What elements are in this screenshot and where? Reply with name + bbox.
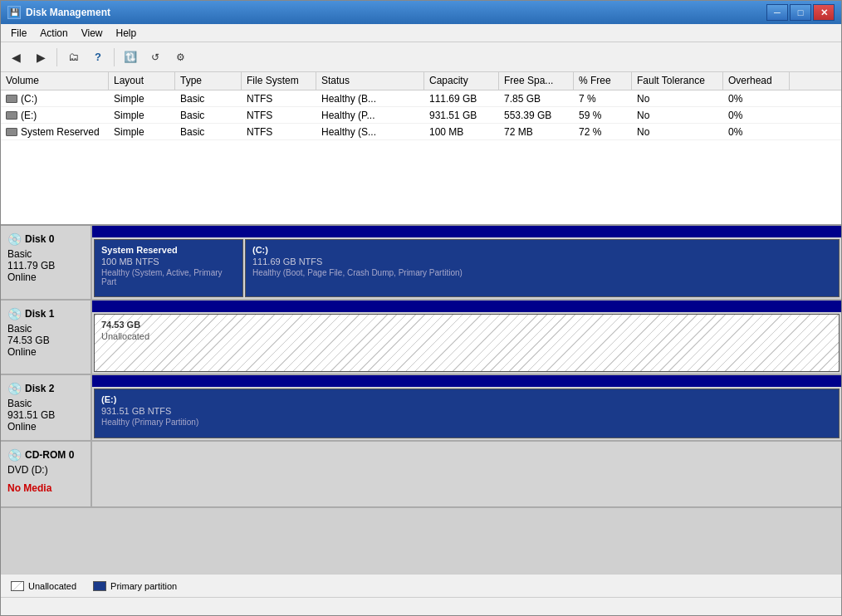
cell-overhead-2: 0% xyxy=(723,124,790,139)
menu-help[interactable]: Help xyxy=(110,26,144,41)
table-row[interactable]: System Reserved Simple Basic NTFS Health… xyxy=(1,124,841,140)
legend-primary-box xyxy=(93,581,106,591)
cell-pctfree-0: 7 % xyxy=(574,90,632,106)
header-pctfree: % Free xyxy=(574,72,632,90)
maximize-button[interactable]: □ xyxy=(790,4,811,21)
cdrom-0-status: No Media xyxy=(7,482,84,494)
table-row[interactable]: (E:) Simple Basic NTFS Healthy (P... 931… xyxy=(1,107,841,124)
cell-pctfree-1: 59 % xyxy=(574,107,632,123)
table-row[interactable]: (C:) Simple Basic NTFS Healthy (B... 111… xyxy=(1,90,841,107)
disk-0-row: 💿 Disk 0 Basic 111.79 GB Online System R… xyxy=(1,226,841,301)
partition-c-name: (C:) xyxy=(252,245,832,255)
disk-2-status: Online xyxy=(7,421,84,433)
forward-button[interactable]: ▶ xyxy=(29,46,52,69)
disk-1-label: 💿 Disk 1 Basic 74.53 GB Online xyxy=(1,301,92,374)
close-button[interactable]: ✕ xyxy=(813,4,835,21)
header-filesystem: File System xyxy=(242,72,316,90)
cell-fault-1: No xyxy=(632,107,723,123)
cdrom-0-type: DVD (D:) xyxy=(7,464,84,476)
refresh-button[interactable]: 🔃 xyxy=(119,46,142,69)
header-status: Status xyxy=(316,72,424,90)
disk-2-row: 💿 Disk 2 Basic 931.51 GB Online (E:) 931… xyxy=(1,375,841,442)
volume-icon-2 xyxy=(6,128,17,136)
title-bar: 💾 Disk Management ─ □ ✕ xyxy=(1,1,841,24)
disk-2-label: 💿 Disk 2 Basic 931.51 GB Online xyxy=(1,375,92,440)
back-button[interactable]: ◀ xyxy=(4,46,27,69)
partition-system-reserved[interactable]: System Reserved 100 MB NTFS Healthy (Sys… xyxy=(94,239,243,297)
disk-0-bar xyxy=(92,226,841,237)
cell-fs-1: NTFS xyxy=(242,107,316,123)
cell-fs-2: NTFS xyxy=(242,124,316,139)
partition-c-drive[interactable]: (C:) 111.69 GB NTFS Healthy (Boot, Page … xyxy=(245,239,840,297)
properties-button[interactable]: 🗂 xyxy=(61,46,85,69)
menu-bar: File Action View Help xyxy=(1,24,841,42)
partition-e-drive[interactable]: (E:) 931.51 GB NTFS Healthy (Primary Par… xyxy=(94,389,840,438)
cell-overhead-1: 0% xyxy=(723,107,790,123)
cell-type-2: Basic xyxy=(175,124,242,139)
partition-sr-name: System Reserved xyxy=(101,245,236,255)
menu-action[interactable]: Action xyxy=(33,26,74,41)
cell-freespace-2: 72 MB xyxy=(499,124,574,139)
settings-button[interactable]: ⚙ xyxy=(169,46,192,69)
legend-unalloc-label: Unallocated xyxy=(28,581,76,591)
legend-primary: Primary partition xyxy=(93,581,177,591)
disk-1-type: Basic xyxy=(7,323,84,335)
legend-primary-label: Primary partition xyxy=(110,581,177,591)
cell-layout-2: Simple xyxy=(109,124,175,139)
header-type: Type xyxy=(175,72,242,90)
cell-freespace-0: 7.85 GB xyxy=(499,90,574,106)
cell-layout-1: Simple xyxy=(109,107,175,123)
help-button[interactable]: ? xyxy=(86,46,110,69)
disk-0-type: Basic xyxy=(7,248,84,260)
minimize-button[interactable]: ─ xyxy=(766,4,788,21)
cell-status-2: Healthy (S... xyxy=(316,124,424,139)
disk-map-panel: 💿 Disk 0 Basic 111.79 GB Online System R… xyxy=(1,226,841,574)
menu-view[interactable]: View xyxy=(75,26,110,41)
header-freespace: Free Spa... xyxy=(499,72,574,90)
partition-e-status: Healthy (Primary Partition) xyxy=(101,418,832,427)
disk-1-bar xyxy=(92,301,841,312)
cell-capacity-0: 111.69 GB xyxy=(424,90,499,106)
disk-2-type: Basic xyxy=(7,398,84,409)
legend-bar: Unallocated Primary partition xyxy=(1,574,841,597)
menu-file[interactable]: File xyxy=(4,26,33,41)
cell-type-1: Basic xyxy=(175,107,242,123)
disk-1-row: 💿 Disk 1 Basic 74.53 GB Online 74.53 GB … xyxy=(1,301,841,375)
disk-0-size: 111.79 GB xyxy=(7,260,84,271)
cell-volume-1: (E:) xyxy=(1,107,109,123)
header-layout: Layout xyxy=(109,72,175,90)
disk-0-name: Disk 0 xyxy=(25,233,54,245)
table-header: Volume Layout Type File System Status Ca… xyxy=(1,72,841,90)
partition-c-size: 111.69 GB NTFS xyxy=(252,257,832,266)
rescan-button[interactable]: ↺ xyxy=(144,46,167,69)
partition-sr-size: 100 MB NTFS xyxy=(101,257,236,266)
header-volume: Volume xyxy=(1,72,109,90)
cell-overhead-0: 0% xyxy=(723,90,790,106)
cdrom-0-content xyxy=(92,442,841,506)
cell-fault-0: No xyxy=(632,90,723,106)
window-controls: ─ □ ✕ xyxy=(766,4,835,21)
legend-unallocated: Unallocated xyxy=(11,581,76,591)
disk-0-content: System Reserved 100 MB NTFS Healthy (Sys… xyxy=(92,226,841,299)
cell-volume-0: (C:) xyxy=(1,90,109,106)
disk-2-name: Disk 2 xyxy=(25,383,54,394)
cdrom-0-name: CD-ROM 0 xyxy=(25,449,74,461)
disk-1-size: 74.53 GB xyxy=(7,335,84,346)
disk-1-name: Disk 1 xyxy=(25,308,54,320)
toolbar: ◀ ▶ 🗂 ? 🔃 ↺ ⚙ xyxy=(1,42,841,72)
window-title: Disk Management xyxy=(26,7,766,18)
cell-volume-2: System Reserved xyxy=(1,124,109,139)
cell-fs-0: NTFS xyxy=(242,90,316,106)
disk-2-bar xyxy=(92,375,841,387)
partition-sr-status: Healthy (System, Active, Primary Part xyxy=(101,268,236,286)
partition-unallocated[interactable]: 74.53 GB Unallocated xyxy=(94,314,840,372)
disk-2-partitions: (E:) 931.51 GB NTFS Healthy (Primary Par… xyxy=(92,387,841,440)
legend-unalloc-box xyxy=(11,581,24,591)
partition-ua-size: Unallocated xyxy=(101,331,832,341)
disk-0-status: Online xyxy=(7,271,84,283)
disk-2-size: 931.51 GB xyxy=(7,409,84,421)
disk-0-label: 💿 Disk 0 Basic 111.79 GB Online xyxy=(1,226,92,299)
status-bar xyxy=(1,597,841,615)
cell-freespace-1: 553.39 GB xyxy=(499,107,574,123)
cell-capacity-2: 100 MB xyxy=(424,124,499,139)
